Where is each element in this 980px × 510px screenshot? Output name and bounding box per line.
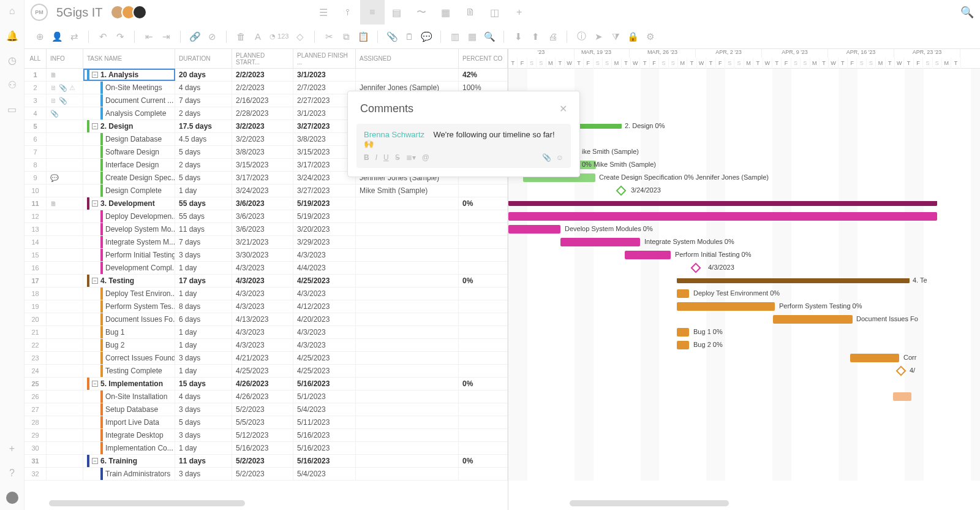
gantt-bar[interactable] xyxy=(508,201,937,206)
gantt-row[interactable]: Perform Initial Testing 0% xyxy=(508,249,980,262)
link-icon[interactable]: 🔗 xyxy=(188,30,202,44)
gantt-row[interactable]: Develop System Modules 0% xyxy=(508,223,980,236)
undo-icon[interactable]: ↶ xyxy=(96,30,110,44)
gantt-row[interactable] xyxy=(508,197,980,210)
redo-icon[interactable]: ↷ xyxy=(113,30,127,44)
comment-composer[interactable]: Brenna Schwartz We're following our time… xyxy=(356,124,571,168)
bold-icon[interactable]: B xyxy=(364,153,369,162)
gantt-bar[interactable] xyxy=(560,238,640,246)
col-duration[interactable]: DURATION xyxy=(175,49,232,68)
import-icon[interactable]: ⬇ xyxy=(511,30,525,44)
emoji-icon[interactable]: ☺ xyxy=(556,153,564,162)
attach-icon[interactable]: 📎 xyxy=(385,30,399,44)
pm-logo[interactable]: PM xyxy=(31,4,48,21)
gantt-row[interactable] xyxy=(508,210,980,223)
zoom-icon[interactable]: 🔍 xyxy=(483,30,496,44)
home-icon[interactable]: ⌂ xyxy=(6,5,18,17)
clock-icon[interactable]: ◷ xyxy=(6,54,18,66)
delete-icon[interactable]: 🗑 xyxy=(234,30,247,44)
note-icon[interactable]: 🗒 xyxy=(402,30,416,44)
gantt-bar[interactable] xyxy=(677,341,689,349)
task-row[interactable]: 11🗎−3. Development55 days3/6/20235/19/20… xyxy=(24,197,508,210)
gantt-bar[interactable] xyxy=(677,289,689,298)
columns-icon[interactable]: ▥ xyxy=(448,30,462,44)
col-name[interactable]: TASK NAME xyxy=(83,49,175,68)
gantt-row[interactable] xyxy=(508,468,980,481)
search-icon[interactable]: 🔍 xyxy=(960,6,974,19)
gantt-scrollbar[interactable] xyxy=(570,500,729,506)
member-avatars[interactable] xyxy=(114,5,147,20)
print-icon[interactable]: 🖨 xyxy=(546,30,559,44)
gantt-row[interactable]: Integrate System Modules 0% xyxy=(508,236,980,249)
unlink-icon[interactable]: ⊘ xyxy=(205,30,219,44)
view-panel-icon[interactable]: ◫ xyxy=(483,0,507,25)
attach-comment-icon[interactable]: 📎 xyxy=(542,153,551,162)
gantt-row[interactable] xyxy=(508,455,980,468)
avatar-3[interactable] xyxy=(132,5,147,20)
task-row[interactable]: 32Train Administrators3 days5/2/20235/4/… xyxy=(24,468,508,481)
filter-icon[interactable]: ⧩ xyxy=(609,30,622,44)
people-icon[interactable]: ⚇ xyxy=(6,78,18,91)
task-row[interactable]: 27Setup Database3 days5/2/20235/4/2023 xyxy=(24,403,508,416)
grid-scrollbar[interactable] xyxy=(49,500,245,506)
gantt-row[interactable]: Bug 1 0% xyxy=(508,326,980,339)
view-add-icon[interactable]: + xyxy=(507,0,532,25)
info-icon[interactable]: ⓘ xyxy=(575,30,588,44)
gantt-row[interactable]: 4. Te xyxy=(508,275,980,287)
lock-icon[interactable]: 🔒 xyxy=(626,30,639,44)
task-row[interactable]: 13Develop System Mo...11 days3/6/20233/2… xyxy=(24,223,508,236)
gantt-bar[interactable] xyxy=(677,278,910,283)
copy-icon[interactable]: ⧉ xyxy=(339,30,353,44)
add-icon[interactable]: + xyxy=(6,443,18,455)
task-row[interactable]: 28Import Live Data5 days5/5/20235/11/202… xyxy=(24,416,508,429)
task-row[interactable]: 12Deploy Developmen...55 days3/6/20235/1… xyxy=(24,210,508,223)
gantt-row[interactable] xyxy=(508,390,980,403)
settings-icon[interactable]: ⚙ xyxy=(643,30,657,44)
task-row[interactable]: 30Implementation Co...1 day5/16/20235/16… xyxy=(24,442,508,455)
gantt-row[interactable]: Document Issues Fo xyxy=(508,313,980,326)
gantt-row[interactable]: Perform System Testing 0% xyxy=(508,300,980,313)
gantt-row[interactable]: Bug 2 0% xyxy=(508,339,980,352)
task-row[interactable]: 1🗎−1. Analysis20 days2/2/20233/1/202342% xyxy=(24,69,508,82)
gantt-row[interactable]: 4/ xyxy=(508,365,980,378)
view-sheet-icon[interactable]: ▤ xyxy=(385,0,409,25)
gantt-row[interactable]: Deploy Test Environment 0% xyxy=(508,287,980,300)
view-board-icon[interactable]: ⫯ xyxy=(336,0,360,25)
task-row[interactable]: 22Bug 21 day4/3/20234/3/2023 xyxy=(24,339,508,352)
col-percent[interactable]: PERCENT CO xyxy=(459,49,508,68)
briefcase-icon[interactable]: ▭ xyxy=(6,103,18,115)
gantt-row[interactable] xyxy=(508,442,980,455)
gantt-bar[interactable] xyxy=(773,315,853,324)
task-row[interactable]: 21Bug 11 day4/3/20234/3/2023 xyxy=(24,326,508,339)
task-row[interactable]: 26On-Site Installation4 days4/26/20235/1… xyxy=(24,390,508,403)
gantt-bar[interactable] xyxy=(677,302,775,311)
gantt-row[interactable] xyxy=(508,378,980,390)
milestone-icon[interactable] xyxy=(896,366,907,376)
task-row[interactable]: 14Integrate System M...7 days3/21/20233/… xyxy=(24,236,508,249)
gantt-bar[interactable] xyxy=(508,212,937,221)
gantt-row[interactable] xyxy=(508,416,980,429)
gantt-bar[interactable] xyxy=(893,392,911,401)
col-all[interactable]: ALL xyxy=(24,49,47,68)
col-start[interactable]: PLANNED START... xyxy=(232,49,293,68)
outdent-icon[interactable]: ⇤ xyxy=(142,30,156,44)
paste-icon[interactable]: 📋 xyxy=(356,30,370,44)
milestone-icon[interactable] xyxy=(691,263,701,273)
view-gantt-icon[interactable]: ≡ xyxy=(360,0,385,25)
user-avatar[interactable] xyxy=(6,492,18,504)
col-assigned[interactable]: ASSIGNED xyxy=(356,49,459,68)
task-row[interactable]: 16Development Compl...1 day4/3/20234/4/2… xyxy=(24,262,508,275)
bell-icon[interactable]: 🔔 xyxy=(6,29,18,42)
gantt-bar[interactable] xyxy=(677,328,689,337)
gantt-row[interactable]: 3/24/2023 xyxy=(508,185,980,197)
task-row[interactable]: 10Design Complete1 day3/24/20233/27/2023… xyxy=(24,185,508,197)
task-row[interactable]: 20Document Issues Fo...6 days4/13/20234/… xyxy=(24,313,508,326)
task-row[interactable]: 29Integrate Desktop3 days5/12/20235/16/2… xyxy=(24,429,508,442)
task-row[interactable]: 31−6. Training11 days5/2/20235/16/20230% xyxy=(24,455,508,468)
swap-icon[interactable]: ⇄ xyxy=(67,30,81,44)
help-icon[interactable]: ? xyxy=(6,467,18,479)
add-user-icon[interactable]: 👤 xyxy=(50,30,64,44)
diamond-icon[interactable]: ◇ xyxy=(293,30,307,44)
col-finish[interactable]: PLANNED FINISH ... xyxy=(293,49,356,68)
task-row[interactable]: 18Deploy Test Environ...1 day4/3/20234/3… xyxy=(24,287,508,300)
